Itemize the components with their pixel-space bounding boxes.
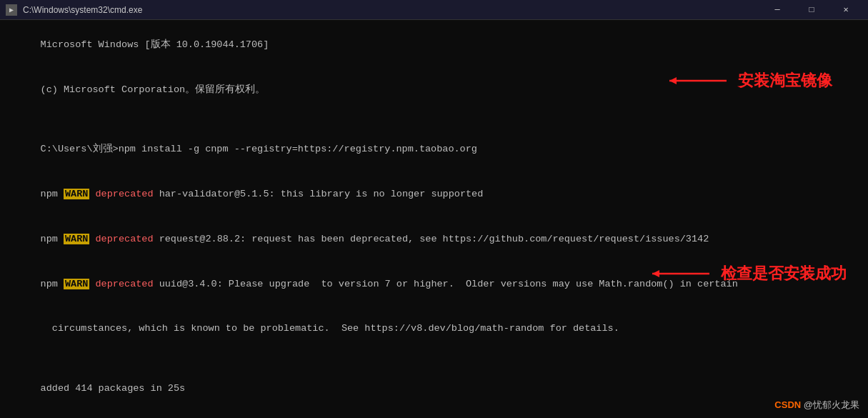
terminal-line: C:\Users\刘强>npm install -g cnpm --regist… bbox=[6, 127, 862, 172]
terminal-body: Microsoft Windows [版本 10.0.19044.1706] (… bbox=[0, 20, 868, 418]
maximize-button[interactable]: □ bbox=[795, 0, 828, 20]
terminal-line: npm WARN deprecated request@2.88.2: requ… bbox=[6, 217, 862, 262]
terminal-line bbox=[6, 412, 862, 418]
app-icon: ▶ bbox=[6, 4, 17, 16]
window-title: C:\Windows\system32\cmd.exe bbox=[23, 5, 755, 15]
titlebar: ▶ C:\Windows\system32\cmd.exe — □ ✕ bbox=[0, 0, 868, 20]
minimize-button[interactable]: — bbox=[761, 0, 794, 20]
terminal-line: Microsoft Windows [版本 10.0.19044.1706] bbox=[6, 23, 862, 68]
terminal-line: npm WARN deprecated uuid@3.4.0: Please u… bbox=[6, 262, 862, 307]
terminal-line: (c) Microsoft Corporation。保留所有权利。 bbox=[6, 68, 862, 113]
terminal-line: circumstances, which is known to be prob… bbox=[6, 307, 862, 352]
close-button[interactable]: ✕ bbox=[829, 0, 862, 20]
csdn-watermark: CSDN @忧郁火龙果 bbox=[774, 398, 859, 412]
terminal-line bbox=[6, 113, 862, 128]
terminal-line bbox=[6, 352, 862, 367]
terminal-line: added 414 packages in 25s bbox=[6, 367, 862, 412]
window-controls[interactable]: — □ ✕ bbox=[761, 0, 862, 20]
window: ▶ C:\Windows\system32\cmd.exe — □ ✕ Micr… bbox=[0, 0, 868, 418]
terminal-line: npm WARN deprecated har-validator@5.1.5:… bbox=[6, 172, 862, 217]
